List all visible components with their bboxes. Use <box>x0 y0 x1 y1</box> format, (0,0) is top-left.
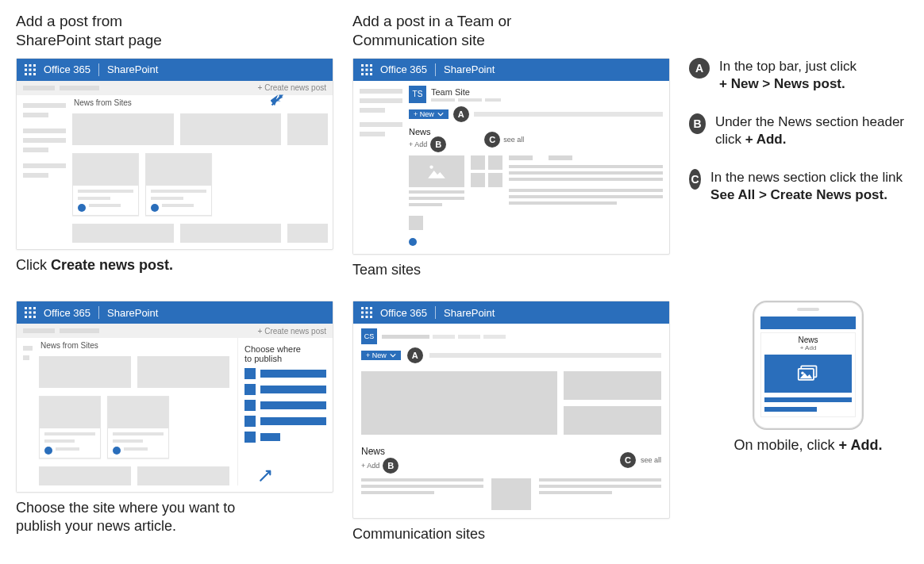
news-card[interactable] <box>39 396 101 458</box>
svg-rect-19 <box>25 307 27 309</box>
svg-rect-12 <box>361 68 364 71</box>
app-launcher-icon[interactable] <box>17 59 44 81</box>
svg-rect-17 <box>370 73 372 75</box>
svg-rect-29 <box>366 307 368 309</box>
publish-panel: Choose where to publish <box>237 338 333 485</box>
news-card[interactable] <box>72 153 139 216</box>
avatar-icon <box>113 447 121 455</box>
add-news-link[interactable]: + Add <box>409 140 427 148</box>
svg-rect-20 <box>29 307 32 309</box>
svg-rect-9 <box>361 64 364 67</box>
mock-phone: News + Add <box>753 301 864 430</box>
cursor-icon <box>259 468 273 482</box>
image-placeholder-icon <box>409 155 464 187</box>
svg-rect-6 <box>25 73 27 75</box>
svg-rect-35 <box>366 316 368 318</box>
caption-team: Team sites <box>352 261 670 279</box>
svg-rect-26 <box>29 316 32 318</box>
svg-rect-1 <box>29 64 32 67</box>
command-bar: + Create news post <box>17 81 333 95</box>
news-from-sites-heading: News from Sites <box>72 95 328 109</box>
suite-product: SharePoint <box>444 63 495 75</box>
chevron-down-icon <box>390 352 396 359</box>
svg-rect-34 <box>361 316 364 318</box>
add-news-link[interactable]: + Add <box>764 344 852 351</box>
badge-b: B <box>689 113 706 134</box>
news-from-sites-heading: News from Sites <box>39 338 229 351</box>
heading-team-comm: Add a post in a Team or Communication si… <box>352 12 670 50</box>
svg-rect-15 <box>361 73 364 75</box>
suite-brand: Office 365 <box>380 63 427 75</box>
divider <box>98 63 99 76</box>
svg-rect-4 <box>29 68 32 71</box>
image-stack-icon <box>764 355 852 393</box>
site-option[interactable] <box>244 416 326 427</box>
svg-rect-21 <box>33 307 36 309</box>
caption-start: Click Create news post. <box>16 256 333 274</box>
suite-bar <box>760 317 856 329</box>
callout-a: A In the top bar, just click + New > New… <box>689 58 924 93</box>
see-all-link[interactable]: see all <box>641 456 661 464</box>
news-heading: News <box>409 127 446 136</box>
app-launcher-icon[interactable] <box>353 301 380 324</box>
image-placeholder <box>491 478 531 510</box>
svg-point-18 <box>429 165 433 168</box>
site-option[interactable] <box>244 368 326 379</box>
new-button[interactable]: + New <box>361 351 401 360</box>
svg-rect-14 <box>370 68 372 71</box>
command-bar: + Create news post <box>17 324 333 338</box>
mock-comm-site: Office 365 SharePoint CS + New <box>352 301 670 519</box>
svg-rect-16 <box>366 73 368 75</box>
avatar-icon <box>409 238 417 246</box>
badge-c: C <box>620 452 636 468</box>
create-news-post-link[interactable]: + Create news post <box>258 83 326 92</box>
badge-c: C <box>689 169 701 190</box>
site-logo: CS <box>361 328 377 344</box>
hero <box>353 363 669 443</box>
create-news-post-link[interactable]: + Create news post <box>258 327 326 336</box>
site-option[interactable] <box>244 432 326 443</box>
heading-start: Add a post from SharePoint start page <box>16 12 333 50</box>
mock-choose: Office 365 SharePoint + Create news post <box>16 301 333 493</box>
badge-a: A <box>407 347 423 363</box>
news-card[interactable] <box>145 153 212 216</box>
app-launcher-icon[interactable] <box>353 59 380 81</box>
news-heading: News <box>764 336 852 344</box>
suite-bar: Office 365 SharePoint <box>17 301 333 324</box>
svg-rect-10 <box>366 64 368 67</box>
svg-rect-7 <box>29 73 32 75</box>
svg-rect-0 <box>25 64 27 67</box>
panel-mobile: News + Add On mobile, click + Add. <box>689 301 924 543</box>
svg-rect-33 <box>370 312 372 314</box>
see-all-link[interactable]: see all <box>503 136 524 144</box>
svg-rect-5 <box>33 68 36 71</box>
news-card[interactable] <box>107 396 169 458</box>
site-option[interactable] <box>244 400 326 411</box>
left-nav <box>17 95 72 249</box>
add-news-link[interactable]: + Add <box>361 462 379 470</box>
site-option[interactable] <box>244 384 326 395</box>
panel-start-page: Add a post from SharePoint start page Of… <box>16 12 333 278</box>
svg-rect-11 <box>370 64 372 67</box>
avatar-icon <box>151 204 159 212</box>
suite-bar: Office 365 SharePoint <box>353 301 669 324</box>
svg-rect-30 <box>370 307 372 309</box>
panel-comm-site: Office 365 SharePoint CS + New <box>352 301 670 543</box>
svg-rect-28 <box>361 307 364 309</box>
svg-rect-2 <box>33 64 36 67</box>
suite-product: SharePoint <box>107 63 158 75</box>
badge-a: A <box>689 58 710 79</box>
new-button[interactable]: + New <box>409 109 449 119</box>
suite-bar: Office 365 SharePoint <box>17 59 333 81</box>
callout-c: C In the news section click the link See… <box>689 169 924 204</box>
svg-rect-8 <box>33 73 36 75</box>
app-launcher-icon[interactable] <box>17 301 44 324</box>
publish-panel-title: Choose where to publish <box>244 344 326 363</box>
svg-rect-22 <box>25 312 27 314</box>
site-title: Team Site <box>431 87 501 97</box>
suite-brand: Office 365 <box>44 63 90 75</box>
svg-rect-13 <box>366 68 368 71</box>
mock-team-site: Office 365 SharePoint TS Team Site <box>352 58 670 255</box>
svg-point-39 <box>801 371 804 374</box>
badge-a: A <box>453 106 469 122</box>
